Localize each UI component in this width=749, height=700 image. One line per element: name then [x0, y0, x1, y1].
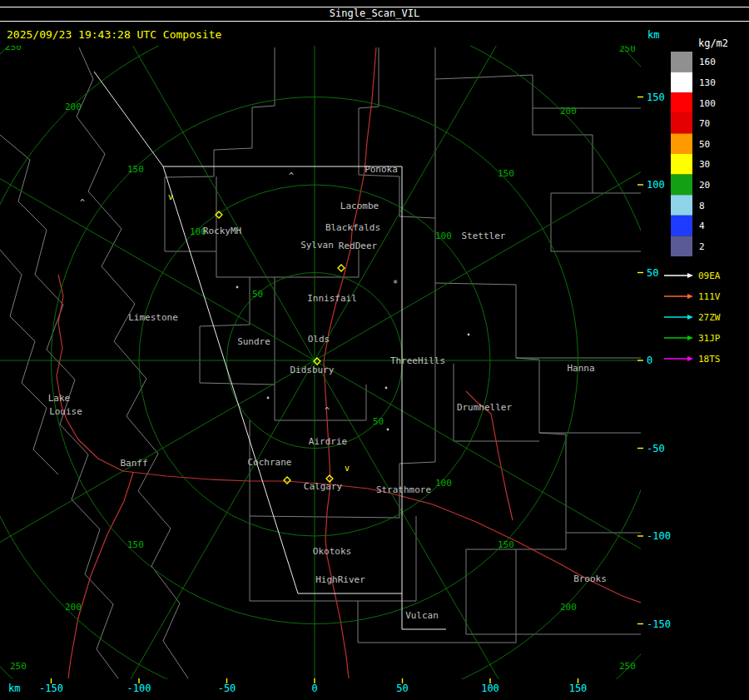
scale-value-label: 2 [699, 241, 705, 252]
radial-line [80, 0, 315, 360]
site-id-label: 27ZW [698, 312, 721, 323]
town-dot-icon [387, 429, 389, 431]
scale-swatch [671, 154, 692, 175]
bottom-axis-tick-label: 0 [311, 683, 317, 694]
county-boundary [359, 47, 379, 175]
scale-value-label: 30 [699, 159, 710, 170]
scale-swatch [671, 52, 692, 72]
scan-coverage-boundary [94, 72, 402, 593]
city-label: ThreeHills [390, 355, 445, 366]
scale-swatch [671, 216, 692, 236]
ring-distance-label: 150 [127, 164, 144, 175]
caret-marker-icon: ^ [289, 171, 294, 181]
county-boundary [435, 283, 641, 358]
ring-distance-label: 250 [619, 661, 636, 672]
caret-marker-icon: ^ [325, 406, 330, 415]
county-boundary [275, 385, 366, 420]
radials-layer [0, 0, 749, 700]
ring-distance-label: 100 [435, 478, 452, 489]
bottom-axis-tick-label: -100 [127, 683, 151, 694]
bottom-axis-tick-label: 50 [396, 683, 408, 694]
radar-site-diamond-icon [284, 477, 290, 484]
scale-value-label: 50 [699, 139, 710, 150]
right-axis-tick-label: 50 [647, 267, 658, 279]
radial-line [315, 360, 722, 596]
county-boundary [250, 516, 416, 601]
city-label: Banff [120, 458, 147, 469]
site-arrowhead-icon [687, 294, 693, 299]
right-axis-unit-label: km [647, 29, 659, 41]
site-id-label: 111V [698, 291, 721, 302]
ring-distance-label: 200 [560, 106, 577, 117]
scan-coverage-layer [94, 72, 446, 629]
right-axis-tick-label: 100 [647, 179, 665, 191]
city-label: Airdrie [309, 436, 347, 447]
scale-swatch [671, 195, 692, 216]
site-id-label: 09EA [698, 271, 721, 281]
colorscale-units-label: kg/m2 [698, 37, 728, 49]
range-rings-layer [0, 0, 749, 700]
county-boundary [551, 193, 641, 251]
ring-distance-label: 150 [127, 539, 144, 550]
city-label: Didsbury [290, 365, 335, 375]
right-axis-tick-label: -150 [647, 618, 671, 630]
scale-swatch [671, 133, 692, 154]
radar-app-window: Single_Scan_VIL 2025/09/23 19:43:28 UTC … [0, 0, 749, 700]
site-arrowhead-icon [687, 335, 693, 340]
scale-swatch [671, 92, 692, 113]
city-label: Stettler [462, 231, 506, 241]
radar-site-diamond-icon [338, 265, 345, 271]
asterisk-marker-icon: * [393, 278, 399, 289]
radar-site-legend: 09EA111V27ZW31JP18TS [664, 271, 721, 365]
ring-distance-label: 150 [498, 539, 514, 550]
city-label: Hanna [567, 363, 594, 374]
right-axis-tick-label: -50 [647, 443, 665, 454]
city-label: Drumheller [457, 402, 513, 413]
city-label: Innisfail [307, 293, 357, 304]
city-label: Calgary [304, 481, 343, 492]
site-arrowhead-icon [687, 273, 693, 278]
bottom-axis-tick-label: 100 [481, 683, 499, 694]
ring-distance-label: 150 [498, 168, 514, 179]
ring-distance-label: 200 [560, 602, 577, 613]
county-boundary [435, 75, 641, 108]
county-boundary [359, 175, 435, 218]
city-label: Olds [308, 334, 330, 345]
county-boundary [539, 433, 641, 533]
radial-line [0, 126, 315, 361]
bottom-axis-tick-label: -50 [218, 683, 236, 694]
city-label: Limestone [128, 312, 178, 323]
scale-swatch [671, 236, 692, 256]
vee-marker-icon: v [168, 192, 173, 201]
bottom-axis-tick-label: -150 [39, 683, 63, 694]
town-dot-icon [267, 397, 270, 400]
city-label: Okotoks [313, 546, 351, 557]
scale-swatch [671, 175, 692, 196]
city-label: Ponoka [365, 164, 398, 175]
scale-value-label: 70 [699, 118, 710, 129]
city-label: Brooks [573, 573, 607, 584]
city-labels-layer: PonokaLacombeBlackfaldsSylvanRedDeerRock… [48, 164, 607, 621]
ring-distance-label: 250 [10, 661, 27, 672]
city-label: Blackfalds [325, 222, 380, 233]
scale-value-label: 8 [699, 201, 705, 211]
right-axis-tick-label: 0 [647, 355, 652, 366]
highway-line [57, 275, 123, 471]
range-ring [0, 0, 749, 700]
scale-value-label: 160 [699, 57, 716, 67]
city-label: Lacombe [340, 201, 379, 211]
city-label: RockyMH [203, 226, 241, 236]
city-label: HighRiver [315, 574, 365, 585]
ring-distance-label: 250 [5, 42, 22, 52]
ring-distance-label: 100 [435, 231, 452, 241]
county-boundary [0, 250, 58, 474]
right-axis-tick-label: 150 [647, 92, 665, 103]
bottom-axis-unit-label: km [8, 683, 20, 694]
right-axis-tick-label: -100 [647, 530, 671, 542]
vee-marker-icon: v [345, 464, 350, 473]
radar-display: Single_Scan_VIL 2025/09/23 19:43:28 UTC … [0, 0, 749, 700]
city-label: Sylvan [300, 240, 334, 251]
city-label: RedDeer [339, 241, 378, 251]
radial-line [0, 360, 315, 596]
city-label: Louise [49, 406, 82, 417]
